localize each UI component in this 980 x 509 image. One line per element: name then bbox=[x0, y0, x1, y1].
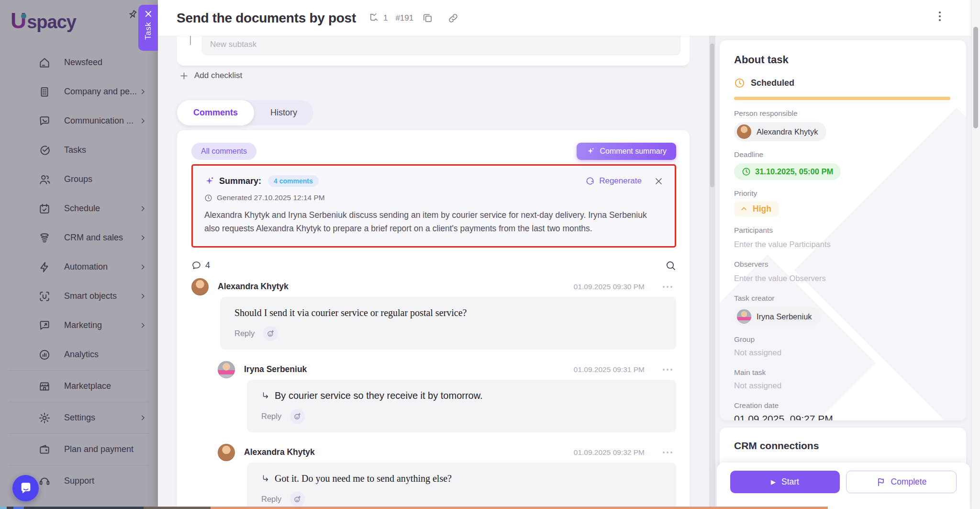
comment-author: Iryna Serbeniuk bbox=[244, 364, 307, 374]
tab-comments[interactable]: Comments bbox=[177, 100, 254, 125]
support-chat-button[interactable] bbox=[12, 475, 39, 501]
comment-bubble: By courier service so they receive it by… bbox=[247, 380, 676, 432]
subtask-section bbox=[177, 36, 690, 66]
comment-text: Got it. Do you need me to send anything … bbox=[275, 473, 452, 484]
comment-item: Alexandra Khytyk 01.09.2025 09:30 PM Sho… bbox=[191, 278, 676, 350]
tab-label: History bbox=[270, 108, 297, 118]
summary-generated-timestamp: Generated 27.10.2025 12:14 PM bbox=[217, 193, 325, 202]
sparkle-icon bbox=[586, 147, 595, 156]
deadline-value[interactable]: 31.10.2025, 05:00 PM bbox=[734, 163, 841, 180]
comment-timestamp: 01.09.2025 09:31 PM bbox=[574, 365, 645, 374]
start-button[interactable]: ▶ Start bbox=[730, 471, 840, 493]
panel-scrollbar[interactable] bbox=[709, 36, 715, 509]
subtasks-icon[interactable] bbox=[368, 12, 379, 23]
regenerate-label: Regenerate bbox=[599, 176, 642, 186]
comment-text: By courier service so they receive it by… bbox=[275, 390, 483, 401]
comment-summary-label: Comment summary bbox=[600, 147, 667, 156]
task-number: #191 bbox=[395, 13, 413, 23]
task-menu-kebab-icon[interactable] bbox=[939, 11, 941, 21]
chevron-up-icon bbox=[740, 205, 748, 213]
field-label: Observers bbox=[734, 260, 952, 269]
task-actions-footer: ▶ Start Complete bbox=[717, 463, 970, 509]
status-progress-bar bbox=[734, 97, 950, 100]
add-reaction-button[interactable] bbox=[290, 492, 305, 507]
copy-link-icon[interactable] bbox=[447, 12, 459, 24]
summary-count-badge: 4 comments bbox=[268, 175, 319, 187]
crm-connections-title: CRM connections bbox=[734, 440, 952, 452]
comment-item: Alexandra Khytyk 01.09.2025 09:32 PM Got… bbox=[191, 444, 676, 509]
reply-button[interactable]: Reply bbox=[261, 412, 281, 421]
comments-history-tabs: Comments History bbox=[177, 100, 313, 125]
window-scrollbar[interactable] bbox=[971, 0, 980, 509]
reply-button[interactable]: Reply bbox=[261, 495, 281, 504]
about-task-card: About task Scheduled Person responsible … bbox=[720, 40, 966, 420]
subtask-count: 1 bbox=[383, 13, 388, 23]
summary-close-icon[interactable] bbox=[654, 177, 663, 186]
task-header: Send the documents by post 1 #191 bbox=[158, 0, 980, 36]
comment-menu-kebab-icon[interactable] bbox=[663, 452, 672, 453]
status-label: Scheduled bbox=[751, 78, 794, 88]
panel-scrollbar-thumb[interactable] bbox=[710, 44, 714, 187]
modal-dim-overlay[interactable] bbox=[0, 0, 158, 509]
close-icon[interactable] bbox=[144, 10, 153, 18]
start-label: Start bbox=[781, 477, 799, 487]
main-task-value: Not assigned bbox=[734, 381, 952, 391]
avatar bbox=[737, 309, 751, 324]
comment-count-row: 4 bbox=[191, 260, 676, 271]
person-responsible-name: Alexandra Khytyk bbox=[757, 127, 818, 136]
person-responsible-chip[interactable]: Alexandra Khytyk bbox=[734, 122, 826, 141]
field-label: Deadline bbox=[734, 150, 952, 159]
flag-icon bbox=[876, 477, 886, 487]
regenerate-button[interactable]: Regenerate bbox=[585, 176, 642, 186]
deadline-text: 31.10.2025, 05:00 PM bbox=[755, 167, 833, 176]
comment-menu-kebab-icon[interactable] bbox=[663, 286, 672, 288]
summary-title: Summary: bbox=[219, 176, 261, 186]
avatar bbox=[191, 278, 209, 295]
add-checklist-label: Add checklist bbox=[194, 71, 242, 80]
comment-menu-kebab-icon[interactable] bbox=[663, 369, 672, 371]
chat-bubble-icon bbox=[19, 482, 33, 495]
field-label: Priority bbox=[734, 189, 952, 198]
search-comments-icon[interactable] bbox=[665, 260, 676, 271]
field-label: Group bbox=[734, 335, 952, 344]
regenerate-icon bbox=[585, 176, 595, 186]
observers-input[interactable]: Enter the value Observers bbox=[734, 274, 952, 283]
status-row[interactable]: Scheduled bbox=[734, 78, 952, 89]
group-value: Not assigned bbox=[734, 348, 952, 358]
task-creator-chip[interactable]: Iryna Serbeniuk bbox=[734, 307, 821, 326]
comment-timestamp: 01.09.2025 09:32 PM bbox=[574, 448, 645, 457]
comment-bubble: Got it. Do you need me to send anything … bbox=[247, 463, 676, 509]
comment-bubble-icon bbox=[191, 260, 201, 271]
summary-text: Alexandra Khytyk and Iryna Serbeniuk dis… bbox=[204, 208, 663, 236]
task-tab-label: Task bbox=[144, 22, 153, 40]
comment-text: Should I send it via courier service or … bbox=[234, 307, 467, 318]
avatar bbox=[218, 444, 235, 461]
comment-author: Alexandra Khytyk bbox=[244, 447, 315, 457]
comment-timestamp: 01.09.2025 09:30 PM bbox=[574, 283, 645, 291]
participants-input[interactable]: Enter the value Participants bbox=[734, 240, 952, 249]
reply-button[interactable]: Reply bbox=[234, 329, 255, 338]
task-panel-tab[interactable]: Task bbox=[138, 5, 158, 51]
plus-icon bbox=[190, 36, 191, 45]
new-subtask-input[interactable] bbox=[202, 36, 680, 55]
add-reaction-button[interactable] bbox=[263, 326, 278, 341]
priority-value[interactable]: High bbox=[734, 201, 779, 217]
comment-author: Alexandra Khytyk bbox=[218, 282, 289, 292]
tab-history[interactable]: History bbox=[254, 100, 313, 125]
sparkle-icon bbox=[204, 176, 214, 186]
reply-arrow-icon bbox=[261, 391, 270, 400]
complete-button[interactable]: Complete bbox=[846, 471, 957, 493]
play-icon: ▶ bbox=[771, 478, 776, 486]
task-detail-panel: Send the documents by post 1 #191 Add ch… bbox=[158, 0, 980, 509]
all-comments-filter[interactable]: All comments bbox=[191, 143, 256, 160]
tab-label: Comments bbox=[193, 108, 238, 118]
add-reaction-button[interactable] bbox=[290, 409, 305, 424]
ai-summary-box: Summary: 4 comments Regenerate Generated… bbox=[191, 164, 676, 248]
comment-bubble: Should I send it via courier service or … bbox=[220, 297, 676, 350]
clock-status-icon bbox=[734, 78, 745, 89]
add-checklist-button[interactable]: Add checklist bbox=[179, 71, 242, 80]
creation-date-value: 01.09.2025, 09:27 PM bbox=[734, 413, 952, 420]
copy-icon[interactable] bbox=[422, 12, 433, 23]
comment-summary-button[interactable]: Comment summary bbox=[577, 143, 676, 160]
window-scrollbar-thumb[interactable] bbox=[973, 27, 978, 128]
